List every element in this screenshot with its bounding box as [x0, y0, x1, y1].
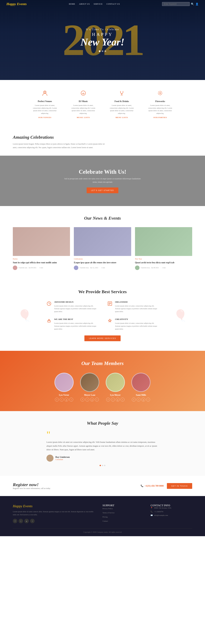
news-image-2: [74, 227, 131, 256]
services-title: We Provide Best Services: [13, 289, 192, 294]
team-socials-4: f t g i: [131, 398, 150, 402]
feature-venues: Perfect Venues Lorem ipsum dolor sit ame…: [32, 90, 58, 119]
news-meta-3: Charlotte moa Jun 08 2021 · 1 min: [135, 266, 192, 270]
services-decor-right: 🎈: [173, 309, 187, 322]
news-card-title-3[interactable]: Quasi archi tecto-bea dicta sunt expl ic…: [135, 261, 192, 264]
news-section: Our News & Events Parties Sunt in culpa …: [0, 206, 205, 280]
hero-dot-2[interactable]: [102, 50, 103, 52]
service-organised-desc: Lorem ipsum dolor sit amet, consectetur …: [115, 304, 158, 313]
register-button[interactable]: GET IN TOUCH: [167, 483, 192, 489]
team-2-google[interactable]: g: [90, 398, 94, 402]
address-icon: 📍: [150, 507, 153, 509]
news-category-1: Parties: [13, 258, 70, 260]
testimonial-dots: [47, 465, 158, 466]
team-4-facebook[interactable]: f: [132, 398, 136, 402]
service-best-desc: Lorem ipsum dolor sit amet, consectetur …: [54, 322, 98, 330]
footer-instagram[interactable]: i: [30, 519, 35, 523]
email-text: info@example.com: [154, 514, 168, 516]
nav-search: 🔍 👤: [162, 2, 198, 6]
footer-desc: Lorem ipsum dolor sit amet conecre aftur…: [13, 510, 96, 516]
nav-link-home[interactable]: HOME: [69, 3, 75, 5]
footer-google[interactable]: g: [24, 519, 29, 523]
team-1-google[interactable]: g: [65, 398, 68, 402]
footer-link-1[interactable]: Privacy Policy: [103, 507, 144, 510]
creativity-icon: [107, 318, 112, 330]
team-member-2: Meyer Lase f t g i: [80, 373, 99, 402]
hero-dot-1[interactable]: [99, 50, 100, 52]
team-socials-3: f t g i: [106, 398, 125, 402]
phone-icon-footer: 📞: [150, 510, 153, 513]
footer-link-2[interactable]: Terms of Service: [103, 511, 144, 514]
celebrate-button[interactable]: LET'S GET STARTED: [87, 188, 118, 193]
service-best-title: WE ARE THE BEST: [54, 318, 98, 320]
copyright-text: Copyright © 2020 Company name. All right…: [83, 531, 122, 533]
hero-title: New Year!: [81, 37, 124, 47]
footer: Happy Events Lorem ipsum dolor sit amet …: [0, 496, 205, 536]
search-input[interactable]: [162, 2, 190, 6]
nav-link-about[interactable]: ABOUT US: [79, 3, 90, 5]
news-date-3: Jun 08 2021: [151, 267, 159, 268]
team-1-instagram[interactable]: i: [69, 398, 73, 402]
music-link[interactable]: MUSIC LISTS: [77, 116, 90, 118]
team-2-instagram[interactable]: i: [95, 398, 99, 402]
svg-point-1: [44, 92, 46, 93]
news-card-3: New Year Quasi archi tecto-bea dicta sun…: [135, 227, 192, 270]
t-dot-1[interactable]: [100, 465, 101, 466]
search-icon[interactable]: 🔍: [191, 2, 194, 6]
news-meta-1: Charlotte ano Jun 08 2021 · 1 min: [13, 266, 70, 270]
service-organised-title: ORGANISED: [115, 301, 158, 303]
quote-mark: ": [47, 432, 158, 437]
news-avatar-3: [135, 266, 139, 270]
amazing-section: Amazing Celebrations Lorem ipsum lorem f…: [0, 128, 205, 156]
footer-twitter[interactable]: t: [19, 519, 23, 523]
team-3-facebook[interactable]: f: [106, 398, 110, 402]
celebrate-title: Celebrate With Us!: [13, 168, 192, 175]
team-2-facebook[interactable]: f: [81, 398, 84, 402]
venues-icon: [32, 90, 58, 98]
team-4-instagram[interactable]: i: [146, 398, 150, 402]
fireworks-icon: [147, 90, 173, 98]
team-4-google[interactable]: g: [141, 398, 145, 402]
footer-link-4[interactable]: Contact: [103, 520, 144, 522]
team-avatar-4: [131, 373, 150, 392]
footer-contact: CONTACT INFO 📍 00001 5th Avenue, USA 📞 +…: [150, 504, 192, 524]
nav-link-service[interactable]: SERVICE: [94, 3, 103, 5]
footer-brand: Happy Events Lorem ipsum dolor sit amet …: [13, 504, 96, 524]
fireworks-link[interactable]: OUR PARTIES: [153, 116, 167, 118]
team-name-4: Sami Mills: [131, 394, 150, 396]
email-icon: ✉️: [150, 514, 153, 516]
team-member-4: Sami Mills f t g i: [131, 373, 150, 402]
team-grid: Lyn Victor f t g i Meyer Lase f t g i Ly…: [13, 373, 192, 402]
t-dot-2[interactable]: [102, 465, 103, 466]
fireworks-desc: Lorem ipsum dolor sit amet, consectetur …: [147, 104, 173, 114]
team-3-google[interactable]: g: [116, 398, 120, 402]
team-3-instagram[interactable]: i: [121, 398, 124, 402]
footer-link-3[interactable]: Pricing: [103, 515, 144, 518]
services-button[interactable]: LEARN MORE SERVICES: [84, 336, 120, 341]
news-card-title-2[interactable]: Eaque ipsa quae ab illo remos des inve n…: [74, 261, 131, 264]
team-avatar-2: [80, 373, 99, 392]
food-link[interactable]: MENU LISTS: [115, 116, 128, 118]
service-creativity-content: CREATIVITY Lorem ipsum dolor sit amet, c…: [115, 318, 158, 330]
team-1-twitter[interactable]: t: [60, 398, 64, 402]
team-4-twitter[interactable]: t: [137, 398, 140, 402]
register-subtitle: Register now for more information, call …: [13, 487, 51, 490]
best-icon: [47, 318, 52, 330]
address-text: 00001 5th Avenue, USA: [154, 507, 171, 509]
team-3-twitter[interactable]: t: [111, 398, 115, 402]
team-2-twitter[interactable]: t: [85, 398, 89, 402]
user-icon[interactable]: 👤: [195, 2, 198, 6]
organised-icon: [107, 301, 112, 313]
footer-email: ✉️ info@example.com: [150, 514, 192, 516]
venues-link[interactable]: OUR VENUES: [38, 116, 51, 118]
footer-phone: 📞 +1 23456791: [150, 510, 192, 513]
hero-dot-3[interactable]: [105, 50, 106, 52]
news-card-title-1[interactable]: Sunt in culpa qui officia dese runt moll…: [13, 261, 70, 264]
footer-facebook[interactable]: f: [13, 519, 17, 523]
team-1-facebook[interactable]: f: [55, 398, 59, 402]
t-dot-3[interactable]: [104, 465, 105, 466]
svg-line-13: [158, 94, 159, 94]
nav-link-contact[interactable]: CONTACT US: [106, 3, 120, 5]
service-design-title: AWESOME DESIGN: [54, 301, 98, 303]
svg-line-10: [158, 92, 159, 92]
